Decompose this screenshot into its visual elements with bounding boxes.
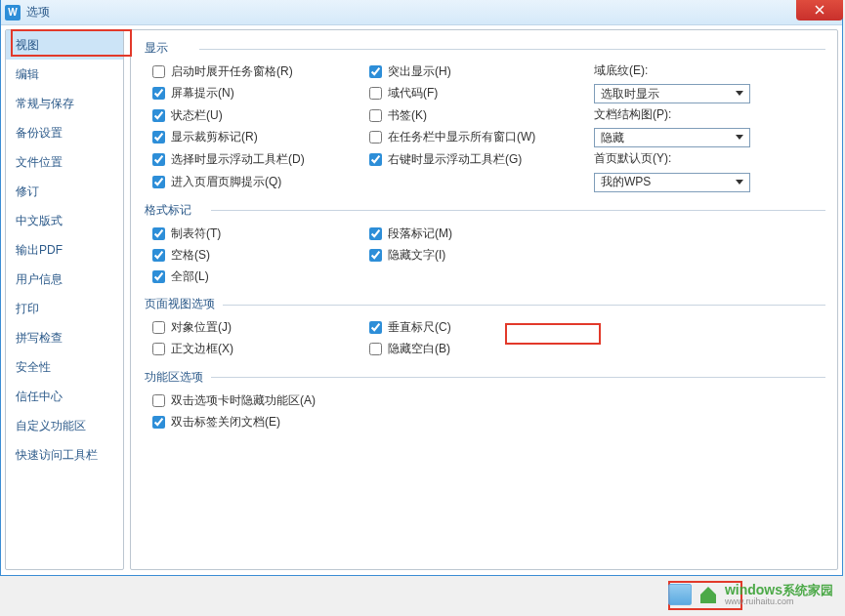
group-format-marks: 格式标记 制表符(T) 段落标记(M) 空格(S) 隐藏文字(I) 全部(L) <box>145 202 825 287</box>
options-window: W 选项 视图 编辑 常规与保存 备份设置 文件位置 修订 中文版式 输出PDF… <box>0 0 843 576</box>
dropdown-value: 我的WPS <box>601 174 651 190</box>
sidebar-item-label: 打印 <box>16 302 39 315</box>
sidebar-item-label: 中文版式 <box>16 214 63 227</box>
sidebar-item-backup[interactable]: 备份设置 <box>6 118 123 147</box>
checkbox-header-footer-guide[interactable]: 进入页眉页脚提示(Q) <box>152 173 281 191</box>
sidebar-item-file-location[interactable]: 文件位置 <box>6 147 123 177</box>
checkbox-label: 双击选项卡时隐藏功能区(A) <box>171 391 316 410</box>
checkbox-object-pos[interactable]: 对象位置(J) <box>152 318 232 337</box>
sidebar-item-label: 视图 <box>16 38 39 52</box>
dropdown-homepage[interactable]: 我的WPS <box>594 173 750 192</box>
sidebar-item-revision[interactable]: 修订 <box>6 177 123 206</box>
monitor-icon <box>668 584 692 605</box>
watermark-url: www.ruihaitu.com <box>725 597 833 606</box>
checkbox-label: 对象位置(J) <box>171 318 232 337</box>
chevron-down-icon <box>732 86 747 102</box>
group-title-format-marks: 格式标记 <box>145 202 825 219</box>
dropdown-value: 选取时显示 <box>601 86 659 103</box>
checkbox-vertical-ruler[interactable]: 垂直标尺(C) <box>369 318 451 337</box>
sidebar-item-edit[interactable]: 编辑 <box>6 60 123 89</box>
group-page-view: 页面视图选项 对象位置(J) 垂直标尺(C) 正文边框(X) 隐藏空白(B) <box>145 296 825 358</box>
checkbox-label: 屏幕提示(N) <box>171 84 234 103</box>
checkbox-highlight[interactable]: 突出显示(H) <box>369 62 451 81</box>
group-title-text: 显示 <box>145 41 168 55</box>
sidebar-item-spellcheck[interactable]: 拼写检查 <box>6 323 123 352</box>
main-panel: 显示 启动时展开任务窗格(R) 突出显示(H) 域底纹(E): 屏幕提示(N) … <box>130 29 838 570</box>
sidebar: 视图 编辑 常规与保存 备份设置 文件位置 修订 中文版式 输出PDF 用户信息… <box>5 29 124 570</box>
close-icon <box>815 5 824 15</box>
checkbox-bookmarks[interactable]: 书签(K) <box>369 106 427 125</box>
checkbox-screen-tips[interactable]: 屏幕提示(N) <box>152 84 234 103</box>
checkbox-dblclick-tab-hide[interactable]: 双击选项卡时隐藏功能区(A) <box>152 391 316 410</box>
checkbox-startup-taskpane[interactable]: 启动时展开任务窗格(R) <box>152 62 293 81</box>
sidebar-item-label: 输出PDF <box>16 243 63 257</box>
checkbox-label: 显示裁剪标记(R) <box>171 128 258 146</box>
checkbox-dblclick-label-close[interactable]: 双击标签关闭文档(E) <box>152 413 280 431</box>
sidebar-item-label: 用户信息 <box>16 272 63 286</box>
checkbox-float-toolbar-rightclick[interactable]: 右键时显示浮动工具栏(G) <box>369 150 522 169</box>
checkbox-label: 空格(S) <box>171 246 210 265</box>
checkbox-label: 双击标签关闭文档(E) <box>171 413 280 431</box>
group-title-text: 页面视图选项 <box>145 297 215 310</box>
sidebar-item-label: 编辑 <box>16 67 39 81</box>
checkbox-spaces[interactable]: 空格(S) <box>152 246 210 265</box>
house-icon <box>697 584 719 605</box>
sidebar-item-customize-ribbon[interactable]: 自定义功能区 <box>6 411 123 440</box>
checkbox-status-bar[interactable]: 状态栏(U) <box>152 106 223 125</box>
checkbox-paragraph[interactable]: 段落标记(M) <box>369 225 452 243</box>
titlebar: W 选项 <box>1 0 842 25</box>
sidebar-item-label: 信任中心 <box>16 390 63 403</box>
sidebar-item-general-save[interactable]: 常规与保存 <box>6 89 123 118</box>
checkbox-crop-marks[interactable]: 显示裁剪标记(R) <box>152 128 258 146</box>
group-ribbon: 功能区选项 双击选项卡时隐藏功能区(A) 双击标签关闭文档(E) <box>145 369 825 431</box>
chevron-down-icon <box>732 175 747 190</box>
watermark: windows系统家园 www.ruihaitu.com <box>668 583 833 606</box>
sidebar-item-security[interactable]: 安全性 <box>6 352 123 382</box>
close-button[interactable] <box>796 0 843 21</box>
group-display: 显示 启动时展开任务窗格(R) 突出显示(H) 域底纹(E): 屏幕提示(N) … <box>145 40 825 192</box>
sidebar-item-label: 自定义功能区 <box>16 419 86 432</box>
sidebar-item-print[interactable]: 打印 <box>6 294 123 323</box>
sidebar-item-chinese-layout[interactable]: 中文版式 <box>6 206 123 235</box>
checkbox-hidden-text[interactable]: 隐藏文字(I) <box>369 246 445 265</box>
checkbox-label: 段落标记(M) <box>388 225 452 243</box>
checkbox-field-codes[interactable]: 域代码(F) <box>369 84 438 103</box>
chevron-down-icon <box>732 130 747 145</box>
checkbox-label: 制表符(T) <box>171 225 221 243</box>
label-homepage: 首页默认页(Y): <box>594 150 825 167</box>
dropdown-doc-map[interactable]: 隐藏 <box>594 128 750 147</box>
checkbox-all[interactable]: 全部(L) <box>152 267 209 286</box>
checkbox-hide-blank[interactable]: 隐藏空白(B) <box>369 340 450 358</box>
sidebar-item-label: 文件位置 <box>16 155 63 169</box>
checkbox-label: 全部(L) <box>171 267 209 286</box>
sidebar-item-quick-access[interactable]: 快速访问工具栏 <box>6 440 123 470</box>
checkbox-label: 右键时显示浮动工具栏(G) <box>388 150 522 169</box>
dialog-body: 视图 编辑 常规与保存 备份设置 文件位置 修订 中文版式 输出PDF 用户信息… <box>1 25 842 574</box>
group-title-ribbon: 功能区选项 <box>145 369 825 386</box>
checkbox-label: 书签(K) <box>388 106 427 125</box>
checkbox-label: 选择时显示浮动工具栏(D) <box>171 150 305 169</box>
checkbox-text-boundary[interactable]: 正文边框(X) <box>152 340 233 358</box>
checkbox-tabs[interactable]: 制表符(T) <box>152 225 221 243</box>
checkbox-label: 突出显示(H) <box>388 62 451 81</box>
sidebar-item-trust-center[interactable]: 信任中心 <box>6 382 123 411</box>
sidebar-item-label: 常规与保存 <box>16 97 74 110</box>
sidebar-item-user-info[interactable]: 用户信息 <box>6 265 123 294</box>
sidebar-item-label: 安全性 <box>16 360 51 374</box>
checkbox-float-toolbar-select[interactable]: 选择时显示浮动工具栏(D) <box>152 150 305 169</box>
group-title-display: 显示 <box>145 40 825 57</box>
checkbox-label: 正文边框(X) <box>171 340 233 358</box>
checkbox-label: 域代码(F) <box>388 84 438 103</box>
checkbox-label: 启动时展开任务窗格(R) <box>171 62 293 81</box>
sidebar-item-label: 拼写检查 <box>16 331 63 345</box>
checkbox-label: 隐藏文字(I) <box>388 246 445 265</box>
sidebar-item-view[interactable]: 视图 <box>6 30 123 60</box>
checkbox-label: 垂直标尺(C) <box>388 318 451 337</box>
group-title-text: 格式标记 <box>145 203 191 217</box>
dropdown-field-shading[interactable]: 选取时显示 <box>594 84 750 103</box>
checkbox-all-windows-taskbar[interactable]: 在任务栏中显示所有窗口(W) <box>369 128 535 146</box>
sidebar-item-label: 备份设置 <box>16 126 63 140</box>
sidebar-item-label: 快速访问工具栏 <box>16 448 98 462</box>
label-field-shading: 域底纹(E): <box>594 62 825 79</box>
sidebar-item-output-pdf[interactable]: 输出PDF <box>6 235 123 265</box>
